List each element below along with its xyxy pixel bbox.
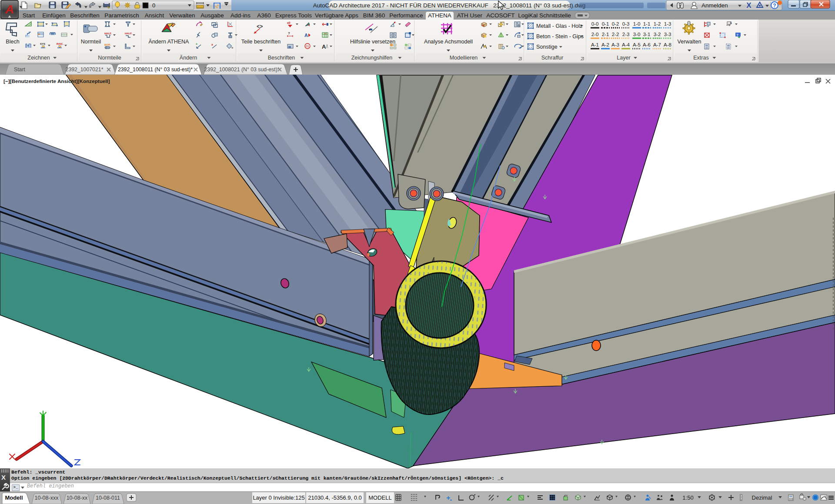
svg-text:Add-ins: Add-ins [230,12,250,19]
svg-text:0-1: 0-1 [602,21,609,27]
svg-text:A-8: A-8 [664,42,671,47]
svg-text:Einfügen: Einfügen [42,12,65,19]
svg-text:2-2: 2-2 [612,32,619,37]
svg-text:Analyse Achsmodell: Analyse Achsmodell [424,39,473,45]
svg-text:Start: Start [14,66,26,73]
svg-text:±0: ±0 [287,21,291,24]
svg-text:2-0: 2-0 [591,32,599,37]
svg-text:Metall - Glas - Holz: Metall - Glas - Holz [536,23,582,29]
svg-text:Verwalten: Verwalten [169,12,195,19]
svg-text:?: ? [736,33,738,37]
svg-text:xx: xx [325,33,327,35]
svg-text:X: X [746,1,752,10]
svg-text:?: ? [288,31,290,35]
svg-text:A360: A360 [257,12,271,19]
svg-text:Teile beschriften: Teile beschriften [241,39,281,45]
svg-text:3-1: 3-1 [643,32,651,37]
svg-text:3-3: 3-3 [664,32,671,37]
svg-text:Schraffur: Schraffur [541,55,564,61]
svg-text:Modell: Modell [5,494,23,501]
svg-text:<>: <> [257,24,263,30]
svg-text:Normteil: Normteil [81,39,101,45]
svg-text:2392_1007021*: 2392_1007021* [66,66,104,73]
svg-text:A-1: A-1 [591,42,599,47]
svg-text:Ansicht: Ansicht [145,12,164,19]
svg-text:RAIC.: RAIC. [57,43,64,45]
svg-text:Layer: Layer [617,55,630,61]
svg-text:Hilfslinie versetzen: Hilfslinie versetzen [350,39,395,45]
svg-text:1-3: 1-3 [664,21,671,27]
svg-text:Anmelden: Anmelden [701,2,728,9]
svg-text:Verwalten: Verwalten [678,39,701,45]
svg-text:A-2: A-2 [601,42,609,47]
svg-text:2392_1008021 (N° 03 sud-est)*: 2392_1008021 (N° 03 sud-est)* [204,66,279,73]
svg-text:1: 1 [730,21,732,24]
svg-text:2392_1008011 (N° 03 sud-est)*: 2392_1008011 (N° 03 sud-est)* [118,66,193,73]
svg-text:0-2: 0-2 [612,21,619,27]
svg-text:A: A [8,15,11,19]
svg-text:Ändern ATHENA: Ändern ATHENA [149,39,190,45]
svg-text:1:50: 1:50 [682,494,693,501]
svg-text:ATH User: ATH User [457,12,483,19]
svg-text:Parametrisch: Parametrisch [104,12,139,19]
svg-text:Verfügbare Apps: Verfügbare Apps [315,12,358,19]
svg-text:Blech: Blech [6,39,19,45]
svg-text:3-0: 3-0 [633,32,641,37]
svg-text:1-0: 1-0 [633,21,641,27]
svg-text:MODELL: MODELL [368,494,391,501]
svg-text:x: x [211,43,213,46]
svg-text:+: + [196,43,197,46]
svg-text:A-4: A-4 [622,42,630,47]
svg-text:2-1: 2-1 [602,32,609,37]
svg-text:[−][Benutzerdefinierte Ansicht: [−][Benutzerdefinierte Ansicht][Konzeptu… [3,78,110,84]
svg-text:BIM 360: BIM 360 [363,12,385,19]
svg-text:Modellieren: Modellieren [450,55,478,61]
svg-text:Beschriften: Beschriften [268,55,295,61]
svg-text:A: A [304,33,308,38]
svg-text:Beton - Stein - Gips: Beton - Stein - Gips [536,33,584,40]
svg-text:ATHENA: ATHENA [428,12,451,19]
svg-text:SYS: SYS [40,43,45,45]
svg-text:A-7: A-7 [653,42,661,47]
svg-text:A-3: A-3 [611,42,619,47]
svg-text:1-2: 1-2 [654,21,661,27]
svg-text:Ändern: Ändern [180,55,197,61]
svg-text:10-08-xx: 10-08-xx [67,495,88,501]
svg-text:Express Tools: Express Tools [275,12,312,19]
svg-text:Beschriften: Beschriften [70,12,100,19]
svg-text:Dezimal: Dezimal [752,494,772,501]
svg-text:Zeichnungshilfen: Zeichnungshilfen [351,55,393,61]
svg-text:Sonstige: Sonstige [536,44,558,50]
svg-text:0-0: 0-0 [591,21,599,27]
svg-text:A-5: A-5 [633,42,641,47]
svg-text:ACOSOFT: ACOSOFT [486,12,514,19]
svg-text:BOR.: BOR. [104,43,111,46]
svg-text:Zeichnen: Zeichnen [27,55,50,61]
svg-text:01: 01 [306,45,309,48]
svg-text:LogiKal Schnittstelle: LogiKal Schnittstelle [518,12,571,19]
svg-text:?: ? [773,3,776,9]
svg-text:Normteile: Normteile [98,55,121,61]
svg-text:HALF.: HALF. [125,32,132,35]
svg-text:HALF.: HALF. [104,32,112,35]
svg-text:AutoCAD Architecture 2017 - NI: AutoCAD Architecture 2017 - NICHT FÜR DE… [313,2,586,9]
svg-text:0: 0 [152,2,155,9]
svg-text:3-2: 3-2 [654,32,661,37]
svg-text:1-1: 1-1 [643,21,651,27]
svg-text:Ausgabe: Ausgabe [200,12,224,19]
svg-text:A: A [322,43,326,50]
svg-text:2-3: 2-3 [622,32,630,37]
svg-text:10-08-011: 10-08-011 [96,495,120,501]
svg-text:A-6: A-6 [643,42,651,47]
svg-text:Layer 0 Invisible:125: Layer 0 Invisible:125 [253,494,304,501]
svg-text:Extras: Extras [693,55,708,61]
svg-text:0-3: 0-3 [622,21,630,27]
svg-text:21030.4, -5356.9, 0.0: 21030.4, -5356.9, 0.0 [308,494,362,501]
svg-text:10-08-xxx: 10-08-xxx [35,495,59,501]
svg-text:A: A [5,3,14,16]
svg-text:Performance: Performance [389,12,423,19]
